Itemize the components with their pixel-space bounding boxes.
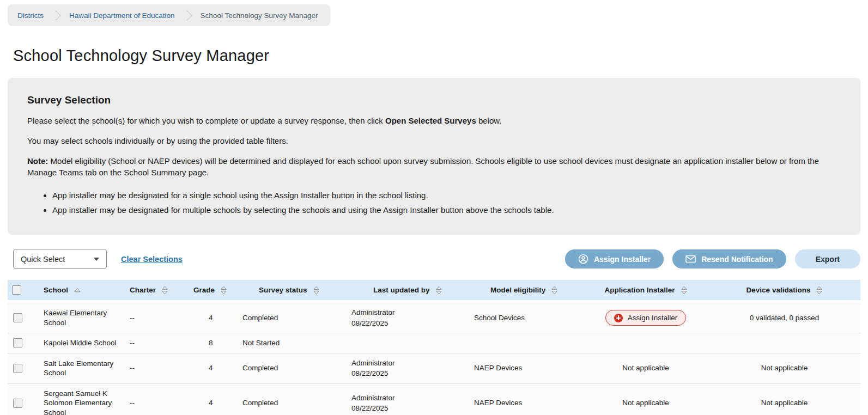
sort-icon [816, 286, 822, 295]
chevron-right-icon [182, 10, 192, 20]
clear-selections-link[interactable]: Clear Selections [121, 255, 183, 264]
column-label: Device validations [746, 286, 811, 294]
model-eligibility-cell: NAEP Devices [470, 383, 583, 415]
column-header-school[interactable]: School [39, 280, 125, 302]
charter-cell: -- [125, 353, 189, 383]
survey-selection-panel: Survey Selection Please select the schoo… [8, 78, 860, 235]
caret-down-icon [94, 258, 99, 261]
sort-asc-icon [74, 288, 81, 292]
column-header-device-validations[interactable]: Device validations [708, 280, 860, 302]
select-all-header [8, 280, 39, 302]
model-eligibility-cell: NAEP Devices [470, 353, 583, 383]
assign-installer-button[interactable]: Assign Installer [565, 249, 664, 268]
sort-icon [162, 286, 168, 295]
column-label: Grade [193, 286, 215, 294]
sort-icon [681, 286, 687, 295]
sort-icon [313, 286, 319, 295]
application-installer-cell [583, 333, 708, 353]
chevron-right-icon [51, 10, 60, 20]
table-row: Salt Lake Elementary School -- 4 Complet… [8, 353, 860, 383]
updated-by: Administrator [351, 308, 465, 318]
column-header-survey-status[interactable]: Survey status [238, 280, 347, 302]
table-row: Kapolei Middle School -- 8 Not Started [8, 333, 860, 353]
application-installer-cell: Not applicable [583, 383, 708, 415]
breadcrumb: Districts Hawaii Department of Education… [8, 4, 330, 26]
page: Districts Hawaii Department of Education… [0, 0, 868, 415]
table-row: Kaewai Elementary School -- 4 Completed … [8, 302, 860, 333]
model-eligibility-cell [470, 333, 583, 353]
model-eligibility-cell: School Devices [470, 302, 583, 333]
column-header-last-updated-by[interactable]: Last updated by [347, 280, 470, 302]
table-row: Sergeant Samuel K Solomon Elementary Sch… [8, 383, 860, 415]
device-validations-cell: Not applicable [708, 353, 860, 383]
grade-cell: 4 [189, 383, 238, 415]
quick-select-dropdown[interactable]: Quick Select [13, 249, 107, 269]
row-checkbox[interactable] [13, 313, 22, 322]
grade-cell: 4 [189, 302, 238, 333]
row-assign-installer-button[interactable]: Assign Installer [605, 310, 687, 326]
last-updated-cell: Administrator 08/22/2025 [347, 353, 470, 383]
resend-notification-label: Resend Notification [701, 255, 773, 264]
charter-cell: -- [125, 333, 189, 353]
updated-by: Administrator [351, 358, 465, 368]
updated-date: 08/22/2025 [351, 319, 465, 328]
survey-status-cell: Completed [238, 302, 347, 333]
panel-bullet-list: App installer may be designated for a si… [27, 190, 841, 216]
school-name-cell: Kaewai Elementary School [39, 302, 125, 333]
panel-bullet-1: App installer may be designated for a si… [52, 190, 841, 202]
column-label: Application Installer [604, 286, 675, 294]
column-label: Charter [130, 286, 156, 294]
envelope-icon [685, 255, 696, 263]
column-header-charter[interactable]: Charter [125, 280, 189, 302]
charter-cell: -- [125, 302, 189, 333]
column-header-application-installer[interactable]: Application Installer [583, 280, 708, 302]
school-name-cell: Kapolei Middle School [39, 333, 125, 353]
last-updated-cell [347, 333, 470, 353]
schools-table: School Charter Grade Survey status [8, 280, 860, 415]
page-title: School Technology Survey Manager [13, 47, 860, 65]
row-checkbox[interactable] [13, 399, 22, 408]
export-button[interactable]: Export [795, 249, 860, 268]
instruction-text: Please select the school(s) for which yo… [27, 116, 385, 125]
updated-by: Administrator [351, 393, 465, 403]
device-validations-cell [708, 333, 860, 353]
column-header-grade[interactable]: Grade [189, 280, 238, 302]
updated-date: 08/22/2025 [351, 369, 465, 379]
panel-instruction-1: Please select the school(s) for which yo… [27, 115, 841, 127]
device-validations-cell: 0 validated, 0 passed [708, 302, 860, 333]
sort-icon [551, 286, 557, 295]
plus-circle-icon [614, 314, 623, 322]
panel-title: Survey Selection [27, 94, 841, 106]
updated-date: 08/22/2025 [351, 404, 465, 413]
quick-select-label: Quick Select [21, 255, 65, 264]
resend-notification-button[interactable]: Resend Notification [672, 249, 786, 268]
table-toolbar: Quick Select Clear Selections Assign Ins… [13, 249, 860, 269]
table-header-row: School Charter Grade Survey status [8, 280, 860, 302]
application-installer-cell: Assign Installer [583, 302, 708, 333]
charter-cell: -- [125, 383, 189, 415]
column-label: Survey status [259, 286, 307, 294]
school-name-cell: Sergeant Samuel K Solomon Elementary Sch… [39, 383, 125, 415]
select-all-checkbox[interactable] [12, 285, 21, 295]
panel-note: Note: Model eligibility (School or NAEP … [27, 155, 841, 179]
row-assign-installer-label: Assign Installer [628, 314, 678, 322]
instruction-text: below. [476, 116, 502, 125]
panel-bullet-2: App installer may be designated for mult… [52, 204, 841, 217]
column-header-model-eligibility[interactable]: Model eligibility [470, 280, 583, 302]
breadcrumb-item-district-name[interactable]: Hawaii Department of Education [69, 11, 175, 20]
row-checkbox[interactable] [13, 364, 22, 373]
survey-status-cell: Completed [238, 353, 347, 383]
breadcrumb-item-districts[interactable]: Districts [17, 11, 44, 20]
grade-cell: 8 [189, 333, 238, 353]
note-label: Note: [27, 156, 48, 166]
assign-installer-label: Assign Installer [594, 255, 651, 264]
sort-icon [436, 286, 442, 295]
note-text: Model eligibility (School or NAEP device… [27, 156, 819, 178]
row-checkbox[interactable] [13, 338, 22, 347]
grade-cell: 4 [189, 353, 238, 383]
survey-status-cell: Completed [238, 383, 347, 415]
column-label: School [44, 286, 68, 294]
survey-status-cell: Not Started [238, 333, 347, 353]
last-updated-cell: Administrator 08/22/2025 [347, 302, 470, 333]
application-installer-cell: Not applicable [583, 353, 708, 383]
